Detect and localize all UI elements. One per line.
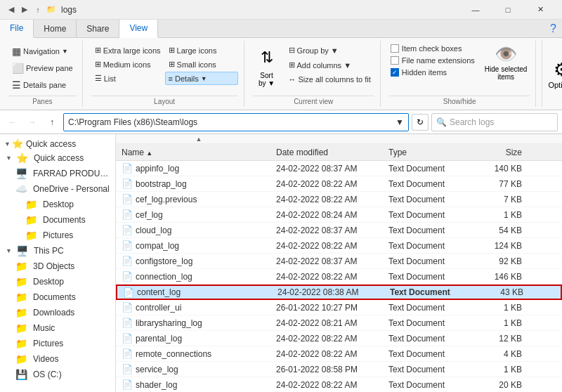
col-size-header[interactable]: Size [466, 148, 522, 157]
sidebar-item-label: FARRAD PRODUCTION [33, 169, 110, 178]
sidebar-item-quick-access-0[interactable]: ▼⭐Quick access [0, 150, 115, 166]
file-name: cloud_log [136, 226, 276, 235]
tab-view[interactable]: View [119, 20, 158, 38]
table-row[interactable]: 📄cef_log24-02-2022 08:24 AMText Document… [116, 207, 562, 223]
table-row[interactable]: 📄configstore_log24-02-2022 08:37 AMText … [116, 254, 562, 269]
file-icon: 📄 [122, 348, 133, 359]
sidebar-item-farrad-production-1[interactable]: 🖥️FARRAD PRODUCTION [0, 166, 115, 181]
sidebar-item-downloads-10[interactable]: 📁Downloads [0, 305, 115, 320]
layout-label: Layout [91, 96, 238, 107]
sidebar-item-documents-9[interactable]: 📁Documents [0, 289, 115, 305]
sidebar-item-3d-objects-7[interactable]: 📁3D Objects [0, 259, 115, 274]
col-name-header[interactable]: Name ▲ [122, 148, 276, 157]
options-button[interactable]: ⚙ Options [548, 44, 562, 104]
file-extensions-checkbox[interactable] [391, 56, 399, 65]
sidebar-item-desktop-8[interactable]: 📁Desktop [0, 274, 115, 289]
sidebar-item-music-11[interactable]: 📁Music [0, 320, 115, 336]
extra-large-icons-button[interactable]: ⊞ Extra large icons [91, 44, 164, 57]
back-nav-button[interactable]: ← [4, 114, 21, 131]
sidebar-item-icon: ⭐ [16, 152, 28, 164]
sidebar-item-label: Pictures [33, 339, 63, 348]
sidebar-item-onedrive---personal-2[interactable]: ☁️OneDrive - Personal [0, 181, 115, 197]
file-size: 4 KB [466, 349, 522, 359]
item-checkboxes-checkbox[interactable] [391, 44, 399, 53]
table-row[interactable]: 📄cef_log.previous24-02-2022 08:22 AMText… [116, 192, 562, 207]
minimize-button[interactable]: — [459, 0, 492, 20]
item-checkboxes-toggle[interactable]: Item check boxes [389, 44, 476, 53]
col-date-header[interactable]: Date modified [276, 148, 388, 157]
preview-pane-button[interactable]: ⬜ Preview pane [8, 60, 77, 76]
add-columns-button[interactable]: ⊞ Add columns ▼ [285, 58, 374, 72]
file-date: 24-02-2022 08:22 AM [276, 179, 388, 189]
search-icon: 🔍 [436, 117, 447, 127]
file-icon: 📄 [122, 194, 133, 204]
details-button[interactable]: ≡ Details ▼ [165, 72, 238, 85]
table-row[interactable]: 📄content_log24-02-2022 08:38 AMText Docu… [116, 285, 562, 300]
sidebar-item-pictures-12[interactable]: 📁Pictures [0, 336, 115, 351]
sidebar-item-this-pc-6[interactable]: ▼🖥️This PC [0, 243, 115, 259]
panes-group: ▦ Navigation ▼ ⬜ Preview pane ☰ Details … [6, 41, 83, 107]
large-icons-button[interactable]: ⊞ Large icons [165, 44, 238, 57]
close-button[interactable]: ✕ [524, 0, 556, 20]
sidebar-item-quick-access[interactable]: ▼ ⭐ Quick access [0, 137, 115, 150]
table-row[interactable]: 📄shader_log24-02-2022 08:22 AMText Docum… [116, 377, 562, 392]
group-by-button[interactable]: ⊟ Group by ▼ [285, 44, 374, 57]
sidebar-item-icon: 💾 [15, 369, 27, 380]
sidebar-item-label: Videos [33, 354, 58, 364]
ribbon-content: ▦ Navigation ▼ ⬜ Preview pane ☰ Details … [0, 38, 562, 110]
forward-nav-button[interactable]: → [24, 114, 41, 131]
refresh-button[interactable]: ↻ [412, 114, 429, 131]
table-row[interactable]: 📄controller_ui26-01-2022 10:27 PMText Do… [116, 300, 562, 315]
col-type-header[interactable]: Type [388, 148, 466, 157]
medium-icons-button[interactable]: ⊞ Medium icons [91, 58, 164, 71]
hide-selected-button[interactable]: 👁️ Hide selecteditems [482, 44, 530, 81]
tab-home[interactable]: Home [34, 20, 77, 37]
forward-icon[interactable]: ▶ [19, 4, 30, 15]
sidebar-item-icon: 📁 [15, 307, 27, 318]
size-columns-button[interactable]: ↔ Size all columns to fit [285, 73, 374, 86]
hidden-items-toggle[interactable]: ✓ Hidden items [389, 67, 476, 77]
table-row[interactable]: 📄librarysharing_log24-02-2022 08:21 AMTe… [116, 315, 562, 331]
sidebar-item-icon: 🖥️ [15, 168, 27, 179]
table-row[interactable]: 📄remote_connections24-02-2022 08:22 AMTe… [116, 346, 562, 362]
table-row[interactable]: 📄cloud_log24-02-2022 08:37 AMText Docume… [116, 223, 562, 238]
file-extensions-toggle[interactable]: File name extensions [389, 55, 476, 65]
sidebar-item-desktop-3[interactable]: 📁Desktop [0, 197, 115, 212]
up-icon[interactable]: ↑ [32, 4, 44, 15]
small-icons-button[interactable]: ⊞ Small icons [165, 58, 238, 71]
table-row[interactable]: 📄compat_log24-02-2022 08:22 AMText Docum… [116, 238, 562, 254]
address-bar-area: ← → ↑ C:\Program Files (x86)\Steam\logs … [0, 110, 562, 134]
table-row[interactable]: 📄service_log26-01-2022 08:58 PMText Docu… [116, 362, 562, 377]
table-row[interactable]: 📄parental_log24-02-2022 08:22 AMText Doc… [116, 331, 562, 346]
file-icon: 📄 [122, 271, 133, 282]
file-type: Text Document [388, 365, 466, 374]
details-pane-icon: ☰ [12, 79, 21, 91]
tab-file[interactable]: File [0, 20, 34, 38]
table-row[interactable]: 📄appinfo_log24-02-2022 08:37 AMText Docu… [116, 161, 562, 176]
file-icon: 📄 [122, 225, 133, 235]
title-bar: ◀ ▶ ↑ 📁 logs — □ ✕ [0, 0, 562, 20]
sort-by-button[interactable]: ⇅ Sortby ▼ [253, 44, 281, 87]
sidebar-item-documents-4[interactable]: 📁Documents [0, 212, 115, 228]
file-name: parental_log [136, 334, 276, 344]
sidebar-item-pictures-5[interactable]: 📁Pictures [0, 228, 115, 243]
help-icon[interactable]: ? [550, 22, 556, 35]
file-size: 92 KB [466, 256, 522, 266]
back-icon[interactable]: ◀ [6, 4, 17, 15]
sidebar-item-os-(c:)-14[interactable]: 💾OS (C:) [0, 367, 115, 382]
up-nav-button[interactable]: ↑ [44, 114, 60, 131]
list-button[interactable]: ☰ List [91, 72, 164, 85]
hidden-items-checkbox[interactable]: ✓ [391, 68, 399, 77]
maximize-button[interactable]: □ [492, 0, 524, 20]
file-icon: 📄 [122, 163, 133, 174]
quick-access-arrow: ▼ [4, 141, 11, 148]
table-row[interactable]: 📄connection_log24-02-2022 08:22 AMText D… [116, 269, 562, 285]
table-row[interactable]: 📄bootstrap_log24-02-2022 08:22 AMText Do… [116, 176, 562, 192]
address-dropdown[interactable]: ▼ [396, 117, 404, 127]
sidebar-item-videos-13[interactable]: 📁Videos [0, 351, 115, 367]
search-box[interactable]: 🔍 Search logs [431, 113, 558, 131]
navigation-pane-button[interactable]: ▦ Navigation ▼ [8, 44, 77, 59]
address-box[interactable]: C:\Program Files (x86)\Steam\logs ▼ [63, 113, 409, 131]
details-pane-button[interactable]: ☰ Details pane [8, 77, 77, 93]
tab-share[interactable]: Share [77, 20, 119, 37]
